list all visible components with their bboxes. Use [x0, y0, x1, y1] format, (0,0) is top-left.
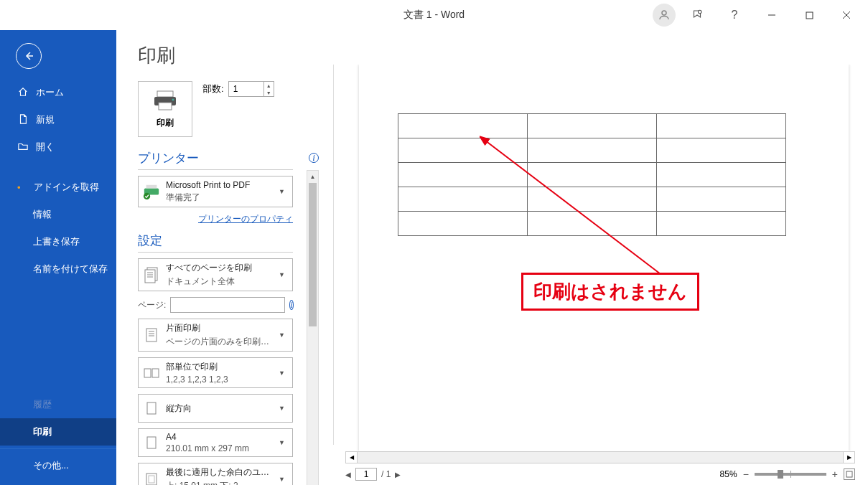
- svg-rect-23: [144, 369, 151, 377]
- svg-rect-15: [145, 270, 155, 283]
- settings-scrollbar[interactable]: ▲ ▼: [307, 170, 319, 485]
- document-icon: [17, 114, 29, 126]
- back-button[interactable]: [16, 43, 42, 69]
- prev-page-icon[interactable]: ◀: [345, 471, 351, 479]
- svg-rect-27: [146, 474, 157, 485]
- scroll-right-icon[interactable]: ▶: [843, 451, 855, 463]
- nav-saveas[interactable]: 名前を付けて保存: [0, 255, 116, 283]
- scroll-thumb[interactable]: [309, 183, 317, 326]
- help-button[interactable]: ?: [719, 4, 750, 27]
- svg-point-0: [662, 11, 666, 15]
- fit-page-button[interactable]: [844, 468, 855, 480]
- user-avatar[interactable]: [653, 4, 676, 27]
- print-preview-panel: 印刷はされません ◀ ▶ ◀ / 1 ▶ 85% − +: [340, 30, 868, 485]
- nav-label: 上書き保存: [33, 235, 80, 248]
- printer-dropdown[interactable]: Microsoft Print to PDF 準備完了 ▼: [138, 176, 293, 207]
- scroll-up-icon[interactable]: ▲: [307, 171, 318, 183]
- nav-new[interactable]: 新規: [0, 106, 116, 133]
- vertical-divider: [333, 65, 334, 445]
- svg-rect-7: [157, 91, 173, 97]
- svg-rect-3: [806, 12, 813, 19]
- copies-label: 部数:: [202, 83, 224, 95]
- spin-down-icon[interactable]: ▼: [264, 89, 274, 96]
- scroll-left-icon[interactable]: ◀: [345, 451, 358, 463]
- pages-dropdown[interactable]: すべてのページを印刷ドキュメント全体 ▼: [138, 258, 293, 291]
- chevron-down-icon: ▼: [276, 476, 288, 483]
- svg-rect-12: [146, 185, 157, 189]
- page-title: 印刷: [138, 43, 317, 68]
- zoom-out-button[interactable]: −: [743, 468, 749, 480]
- collate-icon: [143, 366, 160, 380]
- svg-point-1: [699, 10, 702, 14]
- pages-icon: [143, 266, 160, 283]
- nav-label: 名前を付けて保存: [33, 263, 108, 276]
- titlebar: 文書 1 - Word ?: [0, 0, 868, 30]
- home-icon: [17, 87, 29, 99]
- svg-line-29: [485, 141, 666, 278]
- svg-point-10: [172, 98, 174, 100]
- copies-value: 1: [229, 82, 263, 96]
- spin-up-icon[interactable]: ▲: [264, 82, 274, 89]
- printer-icon: [153, 90, 177, 114]
- nav-other[interactable]: その他...: [0, 452, 116, 485]
- print-button[interactable]: 印刷: [138, 81, 192, 137]
- info-icon[interactable]: i: [289, 300, 294, 310]
- minimize-button[interactable]: [756, 4, 788, 27]
- zoom-slider[interactable]: [755, 473, 826, 476]
- svg-rect-24: [152, 369, 159, 377]
- nav-label: 印刷: [33, 425, 52, 438]
- nav-label: 情報: [33, 208, 52, 221]
- nav-label: その他...: [33, 459, 69, 472]
- chevron-down-icon: ▼: [276, 405, 288, 412]
- mic-icon[interactable]: [681, 4, 713, 27]
- print-button-label: 印刷: [157, 117, 174, 129]
- next-page-icon[interactable]: ▶: [395, 471, 401, 479]
- nav-save[interactable]: 上書き保存: [0, 228, 116, 255]
- nav-print[interactable]: 印刷: [0, 418, 116, 446]
- portrait-icon: [143, 401, 160, 415]
- svg-rect-19: [146, 329, 157, 342]
- close-button[interactable]: [831, 4, 862, 27]
- pages-input[interactable]: [170, 297, 285, 313]
- printer-status: 準備完了: [166, 192, 270, 204]
- nav-open[interactable]: 開く: [0, 133, 116, 161]
- svg-rect-28: [149, 476, 154, 483]
- info-icon[interactable]: i: [309, 153, 319, 163]
- chevron-down-icon: ▼: [276, 439, 288, 446]
- horizontal-scrollbar[interactable]: ◀ ▶: [345, 451, 855, 463]
- backstage-sidebar: ホーム 新規 開く • アドインを取得 情報 上書き保存 名前を付けて保存 履歴…: [0, 30, 116, 485]
- margin-dropdown[interactable]: 最後に適用した余白のユ…上: 15.01 mm 下: 2… ▼: [138, 463, 293, 485]
- chevron-down-icon: ▼: [276, 188, 288, 195]
- nav-home[interactable]: ホーム: [0, 79, 116, 106]
- side-dropdown[interactable]: 片面印刷ページの片面のみを印刷… ▼: [138, 319, 293, 352]
- printer-properties-link[interactable]: プリンターのプロパティ: [138, 213, 293, 225]
- orientation-dropdown[interactable]: 縦方向 ▼: [138, 394, 293, 423]
- annotation-text: 印刷はされません: [521, 273, 699, 311]
- printer-status-icon: [143, 184, 160, 199]
- svg-rect-9: [159, 103, 172, 110]
- zoom-controls: 85% − +: [720, 468, 855, 480]
- maximize-button[interactable]: [793, 4, 825, 27]
- annotation-arrow: [480, 135, 681, 286]
- svg-point-13: [144, 193, 150, 199]
- copies-spinner[interactable]: 1 ▲▼: [228, 81, 274, 97]
- paper-dropdown[interactable]: A4210.01 mm x 297 mm ▼: [138, 428, 293, 457]
- zoom-in-button[interactable]: +: [832, 468, 838, 480]
- nav-getaddins[interactable]: • アドインを取得: [0, 174, 116, 201]
- printer-name: Microsoft Print to PDF: [166, 180, 270, 190]
- current-page-input[interactable]: [355, 468, 377, 481]
- nav-label: 開く: [36, 141, 55, 154]
- bullet-icon: •: [17, 182, 21, 193]
- margin-icon: [143, 472, 160, 485]
- total-pages: / 1: [381, 469, 391, 479]
- collate-dropdown[interactable]: 部単位で印刷1,2,3 1,2,3 1,2,3 ▼: [138, 357, 293, 388]
- pages-label: ページ:: [138, 299, 166, 311]
- svg-rect-30: [846, 471, 852, 477]
- nav-info[interactable]: 情報: [0, 201, 116, 228]
- settings-section-title: 設定: [138, 232, 317, 249]
- nav-label: アドインを取得: [34, 181, 99, 194]
- nav-label: 新規: [36, 113, 55, 126]
- print-settings-panel: 印刷 印刷 部数: 1 ▲▼ プリンター i: [116, 30, 317, 485]
- svg-rect-25: [147, 402, 156, 414]
- preview-page: 印刷はされません: [359, 65, 849, 451]
